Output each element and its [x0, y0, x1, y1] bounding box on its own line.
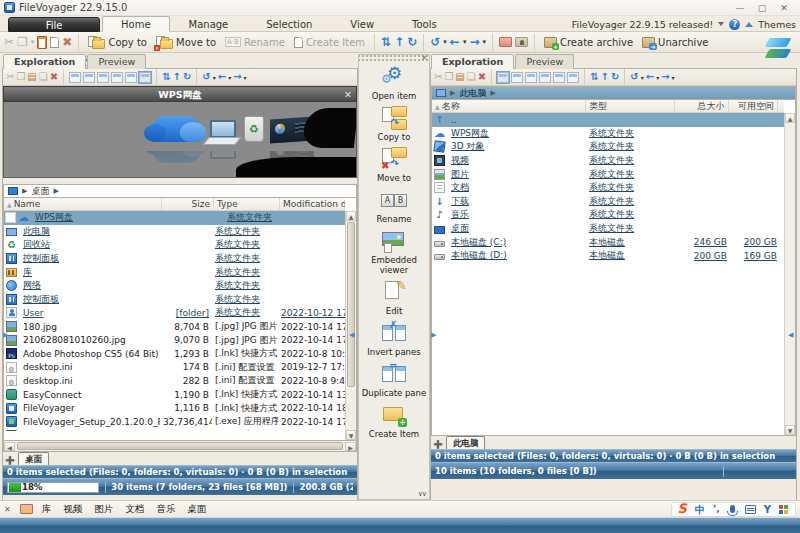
column-header-total-size[interactable]: 总大小 [675, 100, 728, 112]
copy-to-button[interactable]: Copy to [85, 35, 150, 50]
cut-icon[interactable]: ✂ [434, 71, 442, 83]
cut-icon[interactable]: ✂ [6, 71, 14, 83]
copy-icon[interactable]: ❐ [16, 71, 25, 83]
unarchive-button[interactable]: ➜ Unarchive [639, 36, 711, 49]
left-vertical-scrollbar[interactable]: ▲ ▼ [345, 211, 356, 440]
file-row[interactable]: 桌面 系统文件夹 [432, 222, 784, 236]
forward-dropdown-icon[interactable]: ▾ [244, 74, 247, 81]
paste-special-icon[interactable] [50, 37, 59, 48]
create-item-button[interactable]: Create Item [291, 36, 368, 49]
history-icon[interactable]: ↺ [202, 71, 210, 83]
scroll-thumb[interactable] [17, 442, 343, 450]
back-dropdown-icon[interactable]: ▾ [228, 74, 231, 81]
library-link[interactable]: 音乐 [156, 503, 175, 516]
file-row[interactable]: 图片 系统文件夹 [432, 167, 784, 181]
command-button[interactable]: ✗ Invert panes [359, 321, 429, 357]
view-tiles-icon[interactable] [539, 72, 551, 83]
collapse-ribbon-icon[interactable] [745, 22, 753, 27]
compare-panes-icon[interactable]: ⇅ [381, 35, 391, 49]
scroll-down-icon[interactable]: ▼ [346, 430, 356, 440]
collapse-right-icon[interactable]: ◀ [788, 331, 793, 339]
back-icon[interactable]: ← [450, 35, 460, 49]
column-header-free-space[interactable]: 可用空间 [729, 100, 778, 112]
refresh-icon[interactable]: ↻ [183, 71, 191, 83]
view-list-icon[interactable] [511, 72, 523, 83]
tray-icon[interactable] [764, 503, 771, 516]
compare-panes-icon[interactable]: ⇅ [590, 71, 598, 83]
refresh-icon[interactable]: ↻ [611, 71, 619, 83]
cut-icon[interactable]: ✂ [4, 35, 14, 49]
move-to-button[interactable]: ✕ Move to [153, 35, 219, 50]
maximize-button[interactable]: ▢ [756, 3, 768, 13]
view-thumbnails-icon[interactable] [553, 72, 565, 83]
command-button[interactable]: Embedded viewer [359, 229, 429, 275]
column-header-size[interactable]: Size [162, 198, 214, 210]
refresh-icon[interactable]: ↻ [407, 35, 417, 49]
copy-icon[interactable]: ❐ [444, 71, 453, 83]
view-tiles-icon[interactable] [111, 72, 123, 83]
scroll-right-icon[interactable]: ▶ [345, 442, 356, 451]
file-row[interactable]: 文档 系统文件夹 [432, 181, 784, 195]
rename-button[interactable]: A·B Rename [222, 36, 288, 49]
collapse-left-icon[interactable]: ▶ [431, 331, 436, 339]
view-flow-icon[interactable] [567, 72, 579, 83]
file-row[interactable]: 180.jpg 8,704 B [.jpg] JPG 图片... 2022-10… [4, 320, 345, 334]
forward-icon[interactable]: → [469, 35, 479, 49]
file-row[interactable]: 网络 系统文件夹 [4, 279, 345, 293]
right-breadcrumb[interactable]: ▶ 此电脑 ▶ [431, 86, 796, 99]
scroll-thumb[interactable] [347, 222, 355, 387]
folder-tab[interactable]: 桌面 [18, 452, 49, 465]
history-dropdown-icon[interactable]: ▾ [641, 74, 644, 81]
file-row[interactable]: .. [432, 113, 784, 127]
forward-dropdown-icon[interactable]: ▾ [482, 35, 486, 49]
folder-tab[interactable]: 此电脑 [446, 436, 486, 449]
view-list-icon[interactable] [83, 72, 95, 83]
more-commands-chevron[interactable]: ∨∨ [418, 490, 426, 498]
scroll-up-icon[interactable]: ▲ [785, 113, 795, 123]
back-icon[interactable]: ← [646, 71, 654, 83]
paste-icon[interactable] [37, 36, 47, 49]
close-button[interactable]: ✕ [778, 3, 790, 13]
paste-special-icon[interactable]: ❏ [467, 71, 476, 83]
file-row[interactable]: 控制面板 系统文件夹 [4, 293, 345, 307]
locked-folder-icon[interactable] [515, 37, 528, 47]
file-row[interactable]: 本地磁盘 (C:) 本地磁盘 246 GB 200 GB [432, 235, 784, 249]
file-row[interactable]: Adobe Photoshop CS5 (64 Bit) 1,293 B [.l… [4, 347, 345, 361]
go-up-icon[interactable]: ↑ [601, 71, 609, 83]
command-button[interactable]: ✎ Edit [359, 280, 429, 316]
delete-icon[interactable]: ✖ [50, 71, 58, 83]
tray-icon[interactable] [678, 502, 687, 516]
back-dropdown-icon[interactable]: ▾ [656, 74, 659, 81]
pane-tab[interactable]: Preview [515, 54, 574, 69]
command-button[interactable]: Rename [359, 188, 429, 224]
file-row[interactable]: 音乐 系统文件夹 [432, 208, 784, 222]
column-header-type[interactable]: 类型 [586, 100, 675, 112]
add-tab-icon[interactable]: ➕ [433, 440, 443, 449]
command-button[interactable]: ↷ Copy to [359, 106, 429, 142]
release-note[interactable]: FileVoyager 22.9.15 released! [572, 19, 713, 30]
library-link[interactable]: 视频 [63, 503, 82, 516]
file-row[interactable]: FileVoyager_Setup_20.1.20.0_Full.exe 32,… [4, 415, 345, 429]
file-row[interactable]: desktop.ini 282 B [.ini] 配置设置 2022-10-8 … [4, 374, 345, 388]
column-header-type[interactable]: Type [214, 198, 280, 210]
ribbon-tab[interactable]: Tools [393, 16, 456, 32]
column-header-name[interactable]: ▲名称 [432, 100, 586, 112]
back-icon[interactable]: ← [218, 71, 226, 83]
delete-icon[interactable]: ✖ [62, 35, 72, 49]
file-row[interactable]: 视频 系统文件夹 [432, 154, 784, 168]
library-link[interactable]: 图片 [94, 503, 113, 516]
file-row[interactable]: User [folder] 系统文件夹 2022-10-12 17:1... [4, 306, 345, 320]
ribbon-tab[interactable]: View [331, 16, 393, 32]
pane-tab[interactable]: Preview [87, 54, 146, 69]
help-icon[interactable]: ? [729, 19, 740, 30]
favorite-folder-icon[interactable] [499, 37, 512, 47]
file-row[interactable]: 回收站 系统文件夹 [4, 238, 345, 252]
delete-icon[interactable]: ✖ [478, 71, 486, 83]
forward-icon[interactable]: → [233, 71, 241, 83]
file-row[interactable]: 210628081010260.jpg 9,070 B [.jpg] JPG 图… [4, 333, 345, 347]
history-icon[interactable]: ↺ [430, 35, 440, 49]
copy-icon[interactable]: ❐ [17, 35, 28, 49]
view-small-icons-icon[interactable] [525, 72, 537, 83]
scroll-left-icon[interactable]: ◀ [4, 442, 15, 451]
themes-button[interactable]: Themes [758, 19, 796, 30]
